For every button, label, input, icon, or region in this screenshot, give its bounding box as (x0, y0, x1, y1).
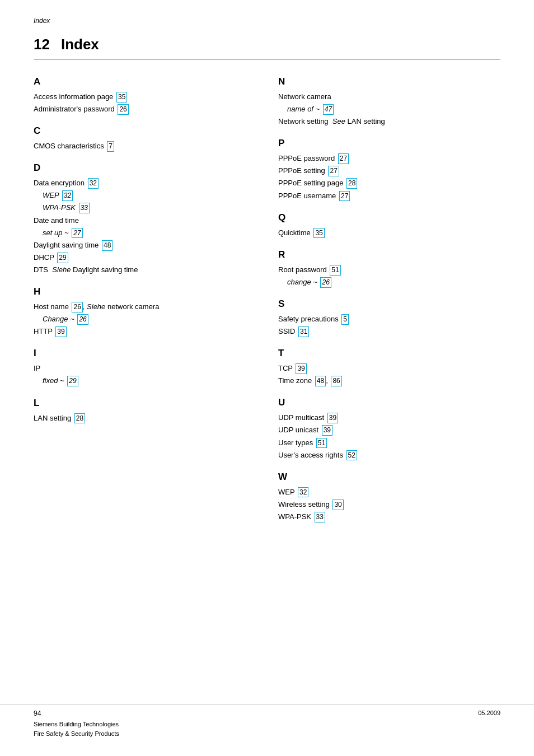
section-letter-u: U (278, 397, 500, 408)
column-right: N Network camera name of ~ 47 Network se… (278, 76, 500, 533)
page-ref: 27 (338, 153, 349, 164)
page-ref: 35 (116, 92, 127, 102)
sub-entry-name-of: name of ~ 47 (278, 103, 500, 115)
page-ref: 47 (323, 104, 334, 115)
entry-access-info: Access information page 35 (34, 91, 256, 103)
footer-left-block: 94 Siemens Building Technologies Fire Sa… (34, 710, 119, 739)
page-ref: 27 (72, 228, 82, 239)
entry-data-encryption: Data encryption 32 WEP 32 WPA-PSK 33 (34, 177, 256, 214)
section-letter-n: N (278, 76, 500, 87)
section-letter-r: R (278, 249, 500, 260)
page-ref: 26 (77, 314, 88, 325)
entry-wep: WEP 32 (278, 486, 500, 498)
section-letter-l: L (34, 398, 256, 409)
page-ref: 32 (88, 178, 99, 189)
section-letter-w: W (278, 472, 500, 483)
section-q: Q Quicktime 35 (278, 212, 500, 239)
page-ref: 30 (332, 500, 343, 510)
page-ref: 27 (339, 191, 350, 202)
page: Index 12Index A Access information page … (0, 0, 534, 756)
section-letter-i: I (34, 348, 256, 359)
section-p: P PPPoE password 27 PPPoE setting 27 PPP… (278, 138, 500, 202)
section-l: L LAN setting 28 (34, 398, 256, 424)
section-s: S Safety precautions 5 SSID 31 (278, 298, 500, 338)
section-letter-q: Q (278, 212, 500, 223)
footer-company-line2: Fire Safety & Security Products (34, 730, 119, 737)
footer: 94 Siemens Building Technologies Fire Sa… (0, 704, 534, 739)
chapter-number: 12 (34, 36, 50, 53)
entry-udp-multicast: UDP multicast 39 (278, 412, 500, 424)
footer-company: Siemens Building Technologies Fire Safet… (34, 720, 119, 739)
sub-entry-ip-fixed: fixed ~ 29 (34, 375, 256, 387)
content-area: A Access information page 35 Administrat… (34, 76, 500, 533)
section-i: I IP fixed ~ 29 (34, 348, 256, 387)
entry-daylight-saving: Daylight saving time 48 (34, 239, 256, 251)
entry-http: HTTP 39 (34, 325, 256, 338)
page-ref: 32 (62, 190, 73, 201)
page-ref: 26 (118, 104, 128, 115)
chapter-title-text: Index (61, 36, 99, 53)
page-ref: 26 (320, 277, 331, 288)
entry-network-setting: Network setting See LAN setting (278, 115, 500, 128)
page-ref: 27 (328, 166, 339, 176)
entry-lan-setting: LAN setting 28 (34, 412, 256, 424)
entry-root-password: Root password 51 change ~ 26 (278, 264, 500, 288)
page-ref: 5 (341, 314, 349, 325)
entry-cmos: CMOS characteristics 7 (34, 140, 256, 152)
page-ref: 39 (327, 413, 338, 423)
section-u: U UDP multicast 39 UDP unicast 39 User t… (278, 397, 500, 461)
page-ref: 33 (315, 512, 325, 522)
see-ref-network: See (332, 117, 345, 125)
entry-pppoe-setting: PPPoE setting 27 (278, 165, 500, 177)
section-w: W WEP 32 Wireless setting 30 WPA-PSK 33 (278, 472, 500, 523)
page-ref: 86 (331, 376, 341, 386)
entry-ip: IP fixed ~ 29 (34, 362, 256, 387)
section-t: T TCP 39 Time zone 48, 86 (278, 348, 500, 387)
section-letter-s: S (278, 298, 500, 310)
footer-company-line1: Siemens Building Technologies (34, 721, 119, 727)
page-ref: 7 (107, 141, 114, 152)
entry-dts: DTS Siehe Daylight saving time (34, 264, 256, 276)
entry-user-types: User types 51 (278, 437, 500, 449)
entry-admin-password: Administrator's password 26 (34, 103, 256, 115)
page-ref: 28 (346, 178, 357, 189)
entry-wpa-psk: WPA-PSK 33 (278, 511, 500, 523)
entry-wireless-setting: Wireless setting 30 (278, 498, 500, 511)
entry-safety-precautions: Safety precautions 5 (278, 313, 500, 325)
page-ref: 29 (57, 253, 68, 263)
entry-date-time: Date and time set up ~ 27 (34, 214, 256, 239)
entry-network-camera: Network camera name of ~ 47 (278, 91, 500, 115)
page-ref: 32 (298, 487, 308, 498)
see-ref-host: Siehe (87, 302, 105, 311)
section-a: A Access information page 35 Administrat… (34, 76, 256, 115)
entry-pppoe-password: PPPoE password 27 (278, 152, 500, 165)
page-ref: 39 (296, 363, 306, 374)
section-letter-a: A (34, 76, 256, 87)
page-ref: 39 (322, 425, 332, 436)
footer-content: 94 Siemens Building Technologies Fire Sa… (34, 705, 500, 739)
page-ref: 31 (298, 326, 309, 337)
see-ref-dts: Siehe (52, 265, 71, 274)
column-left: A Access information page 35 Administrat… (34, 76, 256, 533)
page-ref: 39 (55, 326, 66, 337)
entry-host-name: Host name 26, Siehe network camera Chang… (34, 301, 256, 325)
sub-entry-change-root: change ~ 26 (278, 276, 500, 288)
section-c: C CMOS characteristics 7 (34, 125, 256, 152)
sub-entry-date-setup: set up ~ 27 (34, 227, 256, 239)
sub-entry-wep: WEP 32 (34, 189, 256, 202)
page-ref: 33 (79, 203, 90, 213)
page-ref: 52 (346, 450, 357, 461)
entry-dhcp: DHCP 29 (34, 251, 256, 264)
entry-quicktime: Quicktime 35 (278, 227, 500, 239)
sub-entry-wpa-psk: WPA-PSK 33 (34, 202, 256, 214)
page-ref: 48 (315, 376, 326, 386)
section-h: H Host name 26, Siehe network camera Cha… (34, 286, 256, 338)
footer-date: 05.2009 (478, 710, 500, 716)
page-ref: 29 (67, 376, 78, 386)
page-ref: 51 (316, 438, 327, 449)
section-letter-t: T (278, 348, 500, 359)
section-letter-c: C (34, 125, 256, 137)
page-ref: 35 (313, 228, 324, 239)
section-letter-h: H (34, 286, 256, 297)
header-label: Index (34, 17, 500, 25)
